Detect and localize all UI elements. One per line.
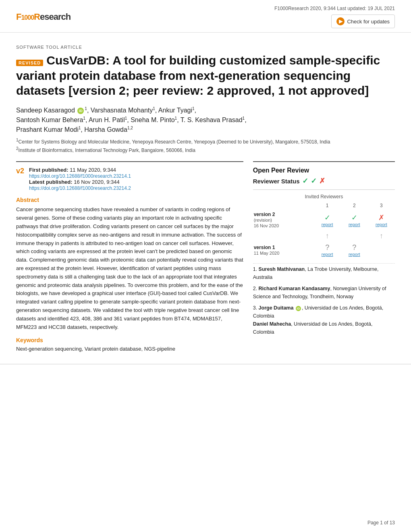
reviewer-status-label: Reviewer Status <box>253 178 300 185</box>
left-column: v2 First published: 11 May 2020, 9:344 h… <box>16 161 243 352</box>
first-published-date: 11 May 2020, 9:344 <box>70 167 116 173</box>
invited-label: Invited Reviewers <box>253 194 395 200</box>
affiliations: 1Center for Systems Biology and Molecula… <box>16 137 395 154</box>
reviewer-name-1: Suresh Mathivanan <box>259 266 305 272</box>
affiliation-2: 2Institute of Bioinformatics, Internatio… <box>16 148 195 153</box>
footer-divider <box>0 364 411 364</box>
logo: F1000Research <box>16 12 71 22</box>
v2-report-link-1[interactable]: report <box>315 222 340 227</box>
v2-report-link-3[interactable]: report <box>369 222 394 227</box>
v1-report-link-2[interactable]: report <box>342 252 367 257</box>
keywords-title: Keywords <box>16 337 243 343</box>
arrow-2 <box>341 230 368 242</box>
affiliation-1: 1Center for Systems Biology and Molecula… <box>16 139 330 145</box>
arrow-blank <box>253 230 314 242</box>
orcid-icon-kasaragod: iD <box>77 108 84 114</box>
table-row: version 2 (revision) 16 Nov 2020 ✓ repor… <box>253 210 395 230</box>
table-row-arrows: ↑ ↑ <box>253 230 395 242</box>
opr-title: Open Peer Review <box>253 167 395 174</box>
title-area: REVISEDCusVarDB: A tool for building cus… <box>16 53 395 98</box>
v2-review-2: ✓ report <box>341 210 368 230</box>
first-published-label: First published: <box>29 167 68 173</box>
reviewer-item-2: 2. Richard Kumaran Kandasamy, Norwegian … <box>253 285 395 301</box>
reviewer-status-row: Reviewer Status ✓ ✓ ✗ <box>253 177 395 190</box>
latest-published-doi[interactable]: https://doi.org/10.12688/f1000research.2… <box>29 185 131 191</box>
table-row: version 1 11 May 2020 ? report ? report <box>253 242 395 258</box>
latest-published-date: 16 Nov 2020, 9:344 <box>74 179 119 185</box>
v1-report-link-1[interactable]: report <box>315 252 340 257</box>
v2-badge: v2 <box>16 167 26 175</box>
v2-review-1: ✓ report <box>314 210 341 230</box>
reviewer-item-3: 3. Jorge Duitama iD, Universidad de Los … <box>253 304 395 336</box>
v1-review-3 <box>368 242 395 258</box>
v2-report-link-2[interactable]: report <box>342 222 367 227</box>
article-title: CusVarDB: A tool for building customized… <box>16 54 380 97</box>
v1-review-2: ? report <box>341 242 368 258</box>
logo-f1000: F1000Research <box>16 12 71 22</box>
reviewer-item-1: 1. Suresh Mathivanan, La Trobe Universit… <box>253 265 395 281</box>
arrow-3: ↑ <box>368 230 395 242</box>
right-column: Open Peer Review Reviewer Status ✓ ✓ ✗ I… <box>253 161 395 352</box>
version-block: v2 First published: 11 May 2020, 9:344 h… <box>16 167 243 191</box>
abstract-text: Cancer genome sequencing studies have re… <box>16 206 243 331</box>
reviewer-list: 1. Suresh Mathivanan, La Trobe Universit… <box>253 265 395 336</box>
header-meta: F1000Research 2020, 9:344 Last updated: … <box>274 6 395 11</box>
abstract-title: Abstract <box>16 197 243 203</box>
revised-badge: REVISED <box>16 60 43 66</box>
version-info: First published: 11 May 2020, 9:344 http… <box>29 167 131 191</box>
reviewer-table: 1 2 3 version 2 (revision) 16 Nov 2020 <box>253 201 395 258</box>
version-1-cell: version 1 11 May 2020 <box>253 242 314 258</box>
reviewer-col-3: 3 <box>368 201 395 210</box>
check-updates-button[interactable]: ▶ Check for updates <box>331 15 395 28</box>
check-updates-icon: ▶ <box>336 17 345 25</box>
reviewer-col-1: 1 <box>314 201 341 210</box>
status-check-2: ✓ <box>311 177 317 185</box>
article-type-label: SOFTWARE TOOL ARTICLE <box>16 45 395 50</box>
reviewer-col-2: 2 <box>341 201 368 210</box>
reviewer-name-3: Jorge Duitama <box>259 305 294 311</box>
reviewer-name-2: Richard Kumaran Kandasamy <box>259 286 330 291</box>
status-cross: ✗ <box>319 177 325 185</box>
latest-published-label: Latest published: <box>29 179 73 185</box>
keywords-text: Next-generation sequencing, Variant prot… <box>16 346 243 352</box>
footer: Page 1 of 13 <box>367 520 395 526</box>
check-updates-label: Check for updates <box>347 19 390 25</box>
arrow-1: ↑ <box>314 230 341 242</box>
v2-review-3: ✗ report <box>368 210 395 230</box>
authors: Sandeep Kasaragod iD1, Varshasnata Mohan… <box>16 106 395 135</box>
reviewer-name-3b: Daniel Mahecha <box>253 321 291 327</box>
v1-review-1: ? report <box>314 242 341 258</box>
orcid-icon-duitama: iD <box>296 306 301 311</box>
version-2-cell: version 2 (revision) 16 Nov 2020 <box>253 210 314 230</box>
status-check-1: ✓ <box>302 177 308 185</box>
first-published-doi[interactable]: https://doi.org/10.12688/f1000research.2… <box>29 173 131 179</box>
page-label: Page 1 of 13 <box>367 520 395 526</box>
reviewer-col-blank <box>253 201 314 210</box>
header: F1000Research F1000Research 2020, 9:344 … <box>0 0 411 33</box>
